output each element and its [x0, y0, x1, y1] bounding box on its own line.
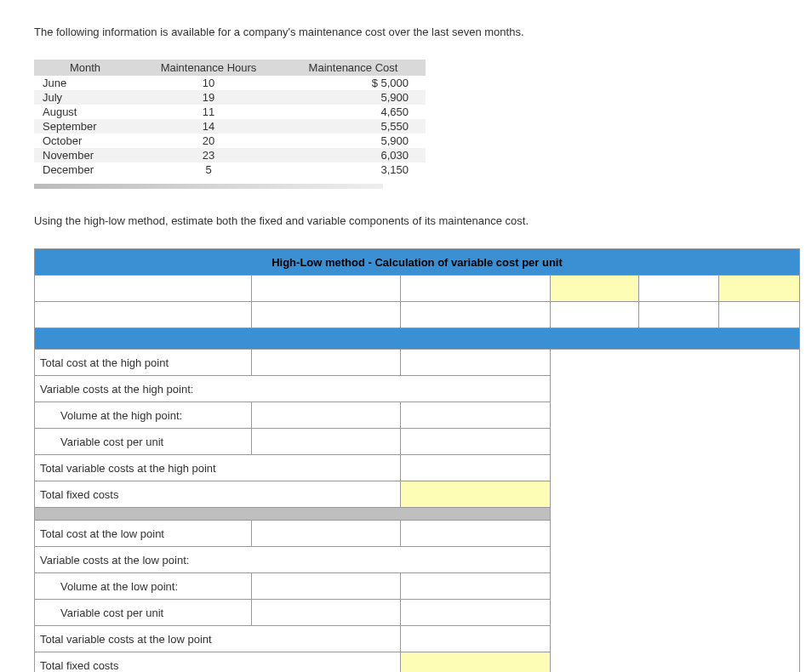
row-vcpu-high: Variable cost per unit: [35, 429, 800, 455]
cell-month: October: [34, 134, 136, 148]
input-cell[interactable]: [251, 350, 401, 376]
cell-cost: 6,030: [281, 148, 426, 162]
table-row: July 19 5,900: [34, 90, 426, 105]
table-shadow: [34, 184, 383, 189]
input-cell[interactable]: [251, 402, 401, 429]
label-tvc-high: Total variable costs at the high point: [35, 455, 401, 481]
input-cell[interactable]: [35, 302, 252, 328]
row-vc-high: Variable costs at the high point:: [35, 376, 800, 402]
input-cell[interactable]: [719, 302, 800, 328]
cell-cost: 5,900: [281, 134, 426, 148]
row-tfc-low: Total fixed costs: [35, 652, 800, 673]
input-cell[interactable]: [251, 429, 401, 455]
cell-hours: 19: [136, 90, 281, 105]
cell-month: July: [34, 90, 136, 105]
label-vcpu-low: Variable cost per unit: [35, 600, 252, 626]
yellow-input-cell[interactable]: [551, 276, 639, 302]
label-vol-high: Volume at the high point:: [35, 402, 252, 429]
cell-hours: 10: [136, 76, 281, 90]
cell-hours: 11: [136, 105, 281, 119]
table-row: June 10 $ 5,000: [34, 76, 426, 90]
row-vcpu-low: Variable cost per unit: [35, 600, 800, 626]
cell-hours: 23: [136, 148, 281, 162]
row-tfc-high: Total fixed costs: [35, 481, 800, 508]
label-vcpu-high: Variable cost per unit: [35, 429, 252, 455]
label-tc-high: Total cost at the high point: [35, 350, 252, 376]
label-tfc-high: Total fixed costs: [35, 481, 401, 508]
input-row: [35, 302, 800, 328]
table-row: November 23 6,030: [34, 148, 426, 162]
input-cell[interactable]: [401, 626, 551, 652]
input-cell[interactable]: [401, 521, 551, 547]
label-vc-high: Variable costs at the high point:: [35, 376, 551, 402]
table-row: October 20 5,900: [34, 134, 426, 148]
input-cell[interactable]: [251, 573, 401, 600]
worksheet-table: High-Low method - Calculation of variabl…: [34, 248, 800, 672]
col-cost: Maintenance Cost: [281, 60, 426, 76]
input-cell[interactable]: [401, 302, 551, 328]
input-cell[interactable]: [401, 600, 551, 626]
gray-divider-row: [35, 508, 800, 521]
cell-month: June: [34, 76, 136, 90]
blue-divider-row: [35, 328, 800, 350]
cell-cost: $ 5,000: [281, 76, 426, 90]
label-vol-low: Volume at the low point:: [35, 573, 252, 600]
col-hours: Maintenance Hours: [136, 60, 281, 76]
input-cell[interactable]: [251, 276, 401, 302]
label-tvc-low: Total variable costs at the low point: [35, 626, 401, 652]
table-row: August 11 4,650: [34, 105, 426, 119]
cell-month: September: [34, 119, 136, 134]
cell-month: November: [34, 148, 136, 162]
table-row: December 5 3,150: [34, 162, 426, 177]
cell-hours: 5: [136, 162, 281, 177]
input-cell[interactable]: [401, 402, 551, 429]
input-cell[interactable]: [251, 302, 401, 328]
yellow-input-cell[interactable]: [719, 276, 800, 302]
yellow-input-cell[interactable]: [401, 481, 551, 508]
maintenance-data-table: Month Maintenance Hours Maintenance Cost…: [34, 60, 426, 177]
input-cell[interactable]: [251, 521, 401, 547]
input-cell[interactable]: [401, 573, 551, 600]
cell-cost: 5,550: [281, 119, 426, 134]
input-cell[interactable]: [251, 600, 401, 626]
col-month: Month: [34, 60, 136, 76]
cell-month: August: [34, 105, 136, 119]
row-tc-high: Total cost at the high point: [35, 350, 800, 376]
worksheet-title: High-Low method - Calculation of variabl…: [35, 249, 800, 276]
label-tfc-low: Total fixed costs: [35, 652, 401, 673]
cell-month: December: [34, 162, 136, 177]
row-vc-low: Variable costs at the low point:: [35, 547, 800, 573]
row-vol-high: Volume at the high point:: [35, 402, 800, 429]
cell-cost: 4,650: [281, 105, 426, 119]
input-cell[interactable]: [638, 302, 719, 328]
intro-text-2: Using the high-low method, estimate both…: [34, 214, 772, 227]
label-tc-low: Total cost at the low point: [35, 521, 252, 547]
input-cell[interactable]: [401, 350, 551, 376]
row-tc-low: Total cost at the low point: [35, 521, 800, 547]
row-tvc-high: Total variable costs at the high point: [35, 455, 800, 481]
cell-cost: 3,150: [281, 162, 426, 177]
cell-hours: 14: [136, 119, 281, 134]
intro-text-1: The following information is available f…: [34, 26, 772, 38]
cell-hours: 20: [136, 134, 281, 148]
input-cell[interactable]: [401, 455, 551, 481]
input-row: [35, 276, 800, 302]
input-cell[interactable]: [638, 276, 719, 302]
yellow-input-cell[interactable]: [401, 652, 551, 673]
input-cell[interactable]: [551, 302, 639, 328]
input-cell[interactable]: [401, 429, 551, 455]
input-cell[interactable]: [35, 276, 252, 302]
cell-cost: 5,900: [281, 90, 426, 105]
row-tvc-low: Total variable costs at the low point: [35, 626, 800, 652]
input-cell[interactable]: [401, 276, 551, 302]
table-row: September 14 5,550: [34, 119, 426, 134]
label-vc-low: Variable costs at the low point:: [35, 547, 551, 573]
row-vol-low: Volume at the low point:: [35, 573, 800, 600]
table-header-row: Month Maintenance Hours Maintenance Cost: [34, 60, 426, 76]
